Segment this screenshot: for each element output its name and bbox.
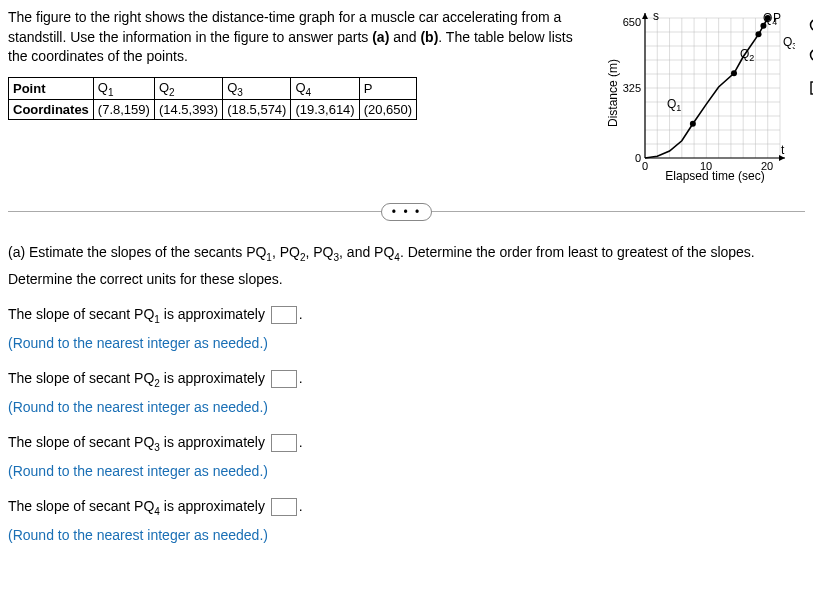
svg-point-28	[731, 70, 737, 76]
th-p: P	[359, 77, 416, 100]
td-q1: (7.8,159)	[93, 100, 154, 120]
ytick-325: 325	[623, 82, 641, 94]
intro-paragraph: The figure to the right shows the distan…	[8, 8, 585, 67]
qa-t4: , PQ	[306, 244, 334, 260]
divider: • • •	[8, 211, 805, 212]
th-q4: Q4	[291, 77, 359, 100]
ytick-0: 0	[635, 152, 641, 164]
td-coord-label: Coordinates	[9, 100, 94, 120]
distance-time-chart: Distance (m) Elapsed time (sec) 0 10 20 …	[605, 8, 805, 183]
intro-bold-b: (b)	[420, 29, 438, 45]
hint-pq2: (Round to the nearest integer as needed.…	[8, 395, 805, 420]
qa-bold: (a)	[8, 244, 25, 260]
td-q4: (19.3,614)	[291, 100, 359, 120]
hint-pq3: (Round to the nearest integer as needed.…	[8, 459, 805, 484]
hint-pq1: (Round to the nearest integer as needed.…	[8, 331, 805, 356]
table-row: Point Q1 Q2 Q3 Q4 P	[9, 77, 417, 100]
table-row: Coordinates (7.8,159) (14.5,393) (18.5,5…	[9, 100, 417, 120]
label-p: P	[773, 11, 781, 25]
pq1-input[interactable]	[271, 306, 297, 324]
zoom-out-icon[interactable]	[809, 48, 813, 66]
th-q1: Q1	[93, 77, 154, 100]
pq2-input[interactable]	[271, 370, 297, 388]
label-q1: Q1	[667, 97, 681, 113]
x-axis-label: Elapsed time (sec)	[665, 169, 764, 183]
hint-pq4: (Round to the nearest integer as needed.…	[8, 523, 805, 548]
pq3-input[interactable]	[271, 434, 297, 452]
popout-icon[interactable]	[809, 78, 813, 96]
label-q3: Q3	[783, 35, 795, 51]
th-q3: Q3	[223, 77, 291, 100]
coordinates-table: Point Q1 Q2 Q3 Q4 P Coordinates (7.8,159…	[8, 77, 417, 121]
expand-toggle-button[interactable]: • • •	[381, 203, 432, 221]
svg-marker-26	[642, 13, 648, 19]
qa-t5: , and PQ	[339, 244, 394, 260]
label-q2: Q2	[740, 47, 754, 63]
xtick-0: 0	[642, 160, 648, 172]
s-label: s	[653, 9, 659, 23]
intro-and: and	[389, 29, 420, 45]
answer-pq2-line: The slope of secant PQ2 is approximately…	[8, 366, 805, 393]
xtick-20: 20	[761, 160, 773, 172]
td-q2: (14.5,393)	[154, 100, 222, 120]
intro-bold-a: (a)	[372, 29, 389, 45]
chart-svg: Distance (m) Elapsed time (sec) 0 10 20 …	[605, 8, 795, 183]
svg-point-29	[756, 31, 762, 37]
th-point: Point	[9, 77, 94, 100]
qa-t2: Estimate the slopes of the secants PQ	[25, 244, 266, 260]
question-a: (a) Estimate the slopes of the secants P…	[8, 240, 805, 292]
td-q3: (18.5,574)	[223, 100, 291, 120]
t-label: t	[781, 143, 785, 157]
answer-pq4-line: The slope of secant PQ4 is approximately…	[8, 494, 805, 521]
ytick-650: 650	[623, 16, 641, 28]
pq4-input[interactable]	[271, 498, 297, 516]
answer-pq3-line: The slope of secant PQ3 is approximately…	[8, 430, 805, 457]
xtick-10: 10	[700, 160, 712, 172]
zoom-in-icon[interactable]	[809, 18, 813, 36]
y-axis-label: Distance (m)	[606, 59, 620, 127]
answer-pq1-line: The slope of secant PQ1 is approximately…	[8, 302, 805, 329]
th-q2: Q2	[154, 77, 222, 100]
td-p: (20,650)	[359, 100, 416, 120]
qa-t3: , PQ	[272, 244, 300, 260]
svg-point-27	[690, 121, 696, 127]
